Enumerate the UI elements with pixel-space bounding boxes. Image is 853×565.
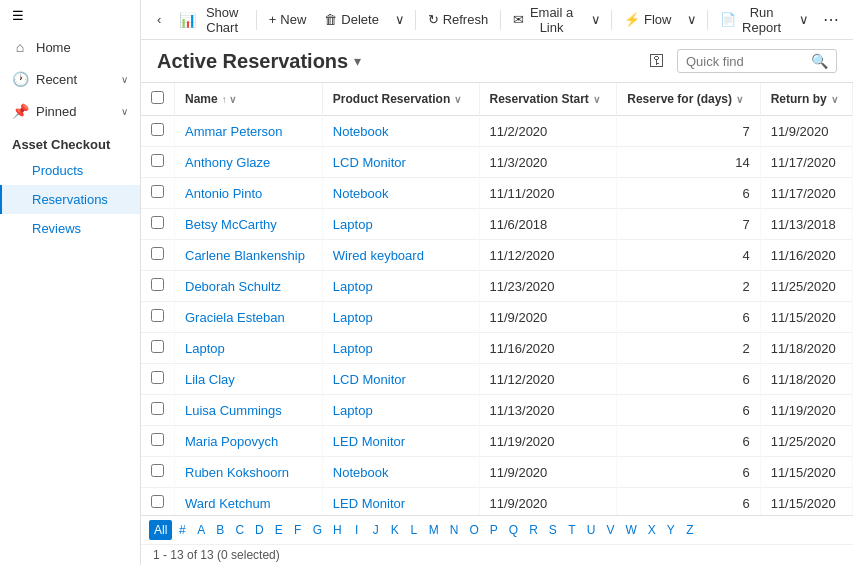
hamburger-button[interactable]: ☰ xyxy=(0,0,140,31)
row-checkbox-cell[interactable] xyxy=(141,426,175,457)
row-checkbox[interactable] xyxy=(151,495,164,508)
row-checkbox-cell[interactable] xyxy=(141,147,175,178)
sidebar-item-reservations[interactable]: Reservations xyxy=(0,185,140,214)
row-product-link[interactable]: Laptop xyxy=(333,279,373,294)
select-all-checkbox[interactable] xyxy=(151,91,164,104)
row-name-link[interactable]: Ruben Kokshoorn xyxy=(185,465,289,480)
row-name-link[interactable]: Laptop xyxy=(185,341,225,356)
row-checkbox-cell[interactable] xyxy=(141,457,175,488)
return-column[interactable]: Return by ∨ xyxy=(760,83,852,116)
row-name-link[interactable]: Ammar Peterson xyxy=(185,124,283,139)
alpha-btn-n[interactable]: N xyxy=(445,520,464,540)
alpha-btn-i[interactable]: I xyxy=(348,520,366,540)
row-name-link[interactable]: Carlene Blankenship xyxy=(185,248,305,263)
alpha-btn-x[interactable]: X xyxy=(643,520,661,540)
row-name-link[interactable]: Maria Popovych xyxy=(185,434,278,449)
row-checkbox-cell[interactable] xyxy=(141,209,175,240)
row-checkbox-cell[interactable] xyxy=(141,240,175,271)
row-checkbox[interactable] xyxy=(151,371,164,384)
sidebar-item-pinned[interactable]: 📌 Pinned ∨ xyxy=(0,95,140,127)
report-dropdown-button[interactable]: ∨ xyxy=(793,8,815,31)
sidebar-item-recent[interactable]: 🕐 Recent ∨ xyxy=(0,63,140,95)
alpha-btn-f[interactable]: F xyxy=(289,520,307,540)
row-checkbox[interactable] xyxy=(151,464,164,477)
select-all-column[interactable] xyxy=(141,83,175,116)
row-product-link[interactable]: LED Monitor xyxy=(333,496,405,511)
delete-dropdown-button[interactable]: ∨ xyxy=(389,8,411,31)
alpha-btn-e[interactable]: E xyxy=(270,520,288,540)
quick-find-input[interactable] xyxy=(686,54,805,69)
row-checkbox-cell[interactable] xyxy=(141,395,175,426)
alpha-btn-k[interactable]: K xyxy=(386,520,404,540)
alpha-btn-p[interactable]: P xyxy=(485,520,503,540)
row-checkbox[interactable] xyxy=(151,278,164,291)
row-name-link[interactable]: Deborah Schultz xyxy=(185,279,281,294)
alpha-btn-q[interactable]: Q xyxy=(504,520,523,540)
start-column[interactable]: Reservation Start ∨ xyxy=(479,83,617,116)
row-checkbox-cell[interactable] xyxy=(141,178,175,209)
alpha-btn-s[interactable]: S xyxy=(544,520,562,540)
row-product-link[interactable]: Laptop xyxy=(333,341,373,356)
back-button[interactable]: ‹ xyxy=(149,8,169,31)
alpha-btn-a[interactable]: A xyxy=(192,520,210,540)
row-product-link[interactable]: Wired keyboard xyxy=(333,248,424,263)
sidebar-item-reviews[interactable]: Reviews xyxy=(0,214,140,243)
page-title-dropdown-button[interactable]: ▾ xyxy=(354,53,361,69)
row-checkbox[interactable] xyxy=(151,154,164,167)
row-checkbox[interactable] xyxy=(151,247,164,260)
name-column[interactable]: Name ↑ ∨ xyxy=(175,83,323,116)
alpha-btn-r[interactable]: R xyxy=(524,520,543,540)
row-product-link[interactable]: LCD Monitor xyxy=(333,372,406,387)
flow-dropdown-button[interactable]: ∨ xyxy=(681,8,703,31)
alpha-btn-g[interactable]: G xyxy=(308,520,327,540)
row-checkbox[interactable] xyxy=(151,123,164,136)
row-checkbox-cell[interactable] xyxy=(141,116,175,147)
row-name-link[interactable]: Betsy McCarthy xyxy=(185,217,277,232)
row-name-link[interactable]: Graciela Esteban xyxy=(185,310,285,325)
row-checkbox[interactable] xyxy=(151,216,164,229)
row-checkbox[interactable] xyxy=(151,433,164,446)
row-checkbox[interactable] xyxy=(151,185,164,198)
days-column[interactable]: Reserve for (days) ∨ xyxy=(617,83,760,116)
row-name-link[interactable]: Lila Clay xyxy=(185,372,235,387)
sidebar-item-home[interactable]: ⌂ Home xyxy=(0,31,140,63)
alpha-btn-all[interactable]: All xyxy=(149,520,172,540)
row-checkbox-cell[interactable] xyxy=(141,488,175,516)
alpha-btn-l[interactable]: L xyxy=(405,520,423,540)
row-name-link[interactable]: Anthony Glaze xyxy=(185,155,270,170)
new-button[interactable]: + New xyxy=(261,8,315,31)
email-link-button[interactable]: ✉ Email a Link xyxy=(505,1,583,39)
alpha-btn-v[interactable]: V xyxy=(602,520,620,540)
row-product-link[interactable]: Laptop xyxy=(333,403,373,418)
row-checkbox-cell[interactable] xyxy=(141,302,175,333)
product-column[interactable]: Product Reservation ∨ xyxy=(322,83,479,116)
filter-button[interactable]: ⚿ xyxy=(645,48,669,74)
toolbar-more-button[interactable]: ⋯ xyxy=(817,6,845,33)
alpha-btn-y[interactable]: Y xyxy=(662,520,680,540)
row-product-link[interactable]: Notebook xyxy=(333,124,389,139)
run-report-button[interactable]: 📄 Run Report xyxy=(712,1,791,39)
row-checkbox-cell[interactable] xyxy=(141,333,175,364)
row-checkbox-cell[interactable] xyxy=(141,364,175,395)
row-checkbox[interactable] xyxy=(151,402,164,415)
alpha-btn-z[interactable]: Z xyxy=(681,520,699,540)
alpha-btn-j[interactable]: J xyxy=(367,520,385,540)
row-name-link[interactable]: Luisa Cummings xyxy=(185,403,282,418)
row-product-link[interactable]: Notebook xyxy=(333,465,389,480)
alpha-btn-b[interactable]: B xyxy=(211,520,229,540)
row-product-link[interactable]: LCD Monitor xyxy=(333,155,406,170)
row-name-link[interactable]: Ward Ketchum xyxy=(185,496,271,511)
sidebar-item-products[interactable]: Products xyxy=(0,156,140,185)
alpha-btn-d[interactable]: D xyxy=(250,520,269,540)
row-product-link[interactable]: LED Monitor xyxy=(333,434,405,449)
email-dropdown-button[interactable]: ∨ xyxy=(585,8,607,31)
row-checkbox[interactable] xyxy=(151,309,164,322)
delete-button[interactable]: 🗑 Delete xyxy=(316,8,387,31)
row-product-link[interactable]: Laptop xyxy=(333,217,373,232)
alpha-btn-w[interactable]: W xyxy=(621,520,642,540)
alpha-btn-t[interactable]: T xyxy=(563,520,581,540)
alpha-btn-c[interactable]: C xyxy=(230,520,249,540)
row-checkbox[interactable] xyxy=(151,340,164,353)
alpha-btn-#[interactable]: # xyxy=(173,520,191,540)
flow-button[interactable]: ⚡ Flow xyxy=(616,8,679,31)
